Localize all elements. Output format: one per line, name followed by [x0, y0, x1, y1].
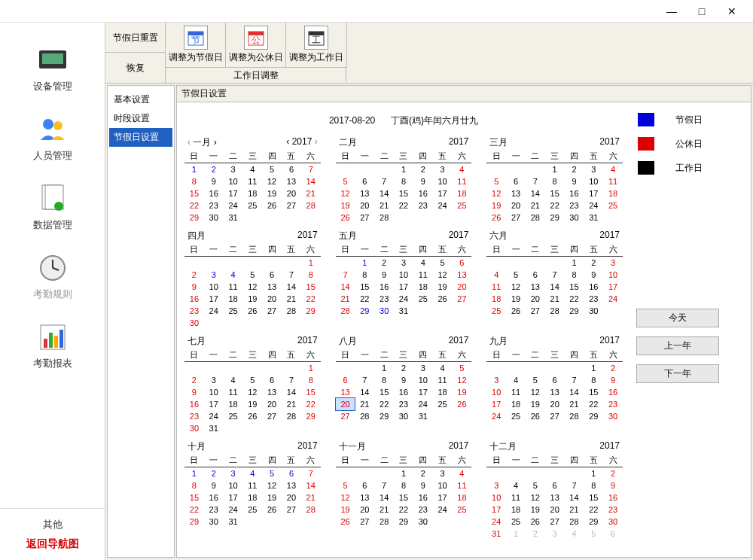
day-cell[interactable]: 8	[394, 175, 413, 187]
day-other[interactable]	[506, 362, 526, 374]
day-other[interactable]	[242, 362, 262, 374]
tree-basic[interactable]: 基本设置	[109, 90, 172, 109]
day-cell[interactable]: 16	[584, 281, 603, 293]
day-cell[interactable]: 23	[413, 199, 433, 212]
day-cell[interactable]: 29	[565, 305, 584, 317]
day-cell[interactable]: 8	[374, 374, 394, 386]
day-cell[interactable]: 16	[413, 492, 433, 504]
day-cell[interactable]: 18	[224, 398, 243, 410]
day-cell[interactable]: 9	[204, 175, 224, 187]
day-cell[interactable]: 20	[506, 199, 526, 212]
day-cell[interactable]: 15	[394, 187, 413, 199]
day-cell[interactable]: 10	[433, 479, 453, 492]
day-other[interactable]	[506, 257, 526, 269]
day-cell[interactable]: 3	[433, 467, 453, 479]
day-cell[interactable]: 12	[486, 187, 506, 199]
day-cell[interactable]: 1	[565, 257, 584, 269]
day-cell[interactable]: 20	[355, 504, 374, 516]
day-cell[interactable]: 5	[486, 175, 506, 187]
day-cell[interactable]: 16	[204, 187, 224, 199]
day-cell[interactable]: 20	[355, 199, 374, 212]
day-cell[interactable]: 28	[282, 410, 301, 422]
day-cell[interactable]: 16	[565, 187, 584, 199]
day-cell[interactable]: 7	[565, 374, 584, 386]
day-cell[interactable]: 4	[506, 374, 526, 386]
day-cell[interactable]: 15	[355, 281, 374, 293]
day-cell[interactable]: 2	[603, 467, 623, 479]
day-cell[interactable]: 17	[486, 398, 506, 410]
day-cell[interactable]: 26	[262, 504, 282, 516]
day-cell[interactable]: 19	[262, 492, 282, 504]
day-cell[interactable]: 6	[506, 175, 526, 187]
day-cell[interactable]: 8	[301, 374, 321, 386]
day-cell[interactable]: 10	[224, 479, 243, 492]
day-cell[interactable]: 18	[433, 386, 453, 398]
day-cell[interactable]: 8	[184, 175, 204, 187]
day-other[interactable]: 1	[506, 528, 526, 540]
day-cell[interactable]: 29	[374, 410, 394, 422]
day-cell[interactable]: 29	[301, 410, 321, 422]
day-cell[interactable]: 26	[453, 398, 472, 410]
day-cell[interactable]: 7	[355, 374, 374, 386]
day-cell[interactable]: 23	[413, 504, 433, 516]
day-cell[interactable]: 12	[242, 281, 262, 293]
day-cell[interactable]: 27	[545, 516, 565, 528]
day-cell[interactable]: 7	[374, 479, 394, 492]
day-cell[interactable]: 14	[355, 386, 374, 398]
day-cell[interactable]: 3	[603, 257, 623, 269]
day-cell[interactable]: 10	[413, 374, 433, 386]
day-other[interactable]: 2	[526, 528, 545, 540]
day-cell[interactable]: 3	[204, 374, 224, 386]
day-cell[interactable]: 1	[545, 163, 565, 175]
day-cell[interactable]: 7	[282, 269, 301, 281]
day-cell[interactable]: 23	[603, 504, 623, 516]
day-cell[interactable]: 11	[603, 175, 623, 187]
day-other[interactable]	[506, 163, 526, 175]
day-cell[interactable]: 21	[336, 293, 355, 305]
day-cell[interactable]: 26	[433, 293, 453, 305]
day-cell[interactable]: 10	[433, 175, 453, 187]
close-button[interactable]: ✕	[717, 2, 747, 21]
day-cell[interactable]: 24	[394, 293, 413, 305]
day-other[interactable]	[282, 257, 301, 269]
day-cell[interactable]: 8	[565, 269, 584, 281]
day-cell[interactable]: 9	[413, 175, 433, 187]
day-cell[interactable]: 27	[336, 410, 355, 422]
day-cell[interactable]: 11	[506, 386, 526, 398]
day-cell[interactable]: 27	[282, 504, 301, 516]
day-cell[interactable]: 20	[453, 281, 472, 293]
day-other[interactable]: 6	[603, 528, 623, 540]
day-cell[interactable]: 30	[394, 410, 413, 422]
day-cell[interactable]: 13	[355, 187, 374, 199]
day-cell[interactable]: 21	[282, 398, 301, 410]
day-other[interactable]	[486, 257, 506, 269]
day-cell[interactable]: 12	[433, 269, 453, 281]
day-cell[interactable]: 11	[486, 281, 506, 293]
day-cell[interactable]: 16	[603, 492, 623, 504]
day-other[interactable]	[184, 362, 204, 374]
day-cell[interactable]: 16	[413, 187, 433, 199]
day-cell[interactable]: 24	[413, 398, 433, 410]
day-cell[interactable]: 25	[433, 398, 453, 410]
day-cell[interactable]: 14	[565, 492, 584, 504]
day-other[interactable]	[224, 362, 243, 374]
day-cell[interactable]: 9	[204, 479, 224, 492]
day-cell[interactable]: 8	[184, 479, 204, 492]
day-cell[interactable]: 4	[453, 163, 472, 175]
day-cell[interactable]: 29	[355, 305, 374, 317]
toolbar-reset-button[interactable]: 节假日重置	[105, 23, 165, 53]
toolbar-set-workday[interactable]: 工 调整为工作日	[286, 23, 346, 67]
day-other[interactable]	[355, 163, 374, 175]
day-cell[interactable]: 7	[545, 269, 565, 281]
sidebar-item-report[interactable]: 考勤报表	[0, 322, 105, 370]
day-cell[interactable]: 26	[486, 212, 506, 224]
day-cell[interactable]: 18	[242, 187, 262, 199]
day-other[interactable]	[526, 163, 545, 175]
day-cell[interactable]: 15	[184, 492, 204, 504]
day-other[interactable]	[486, 362, 506, 374]
day-cell[interactable]: 6	[282, 467, 301, 479]
day-cell[interactable]: 7	[301, 163, 321, 175]
toolbar-restore-button[interactable]: 恢复	[105, 53, 165, 83]
day-cell[interactable]: 19	[506, 293, 526, 305]
day-cell[interactable]: 20	[262, 398, 282, 410]
